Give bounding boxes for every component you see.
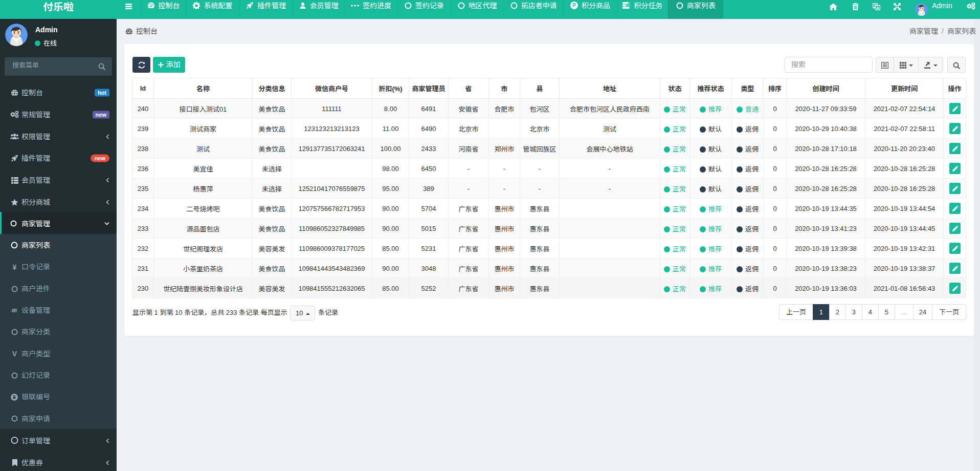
svg-text:¥: ¥ bbox=[12, 264, 16, 271]
svg-text:P: P bbox=[572, 3, 576, 8]
svg-text:V: V bbox=[12, 350, 17, 357]
svg-text:æ: æ bbox=[11, 307, 17, 314]
svg-text:A: A bbox=[876, 5, 879, 10]
